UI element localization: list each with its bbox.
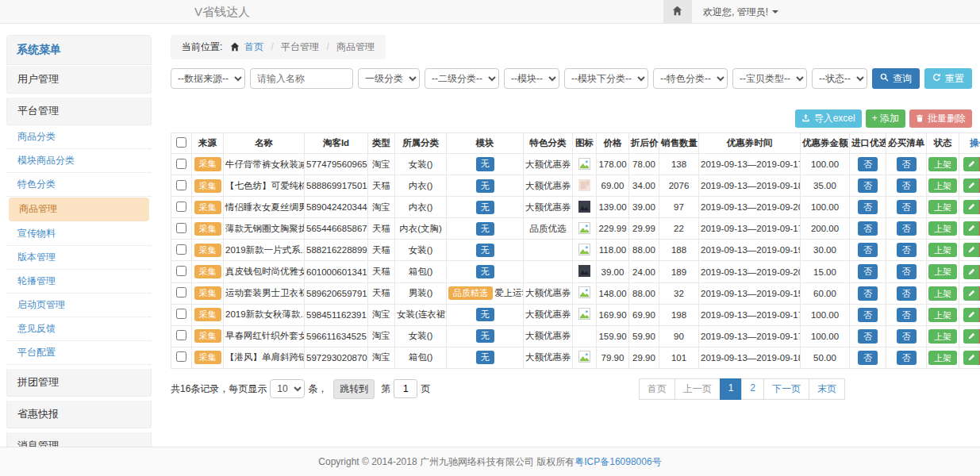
import-select-toggle[interactable]: 否 xyxy=(858,351,878,365)
row-checkbox[interactable] xyxy=(176,266,186,276)
source-cell: 采集 xyxy=(192,347,224,368)
import-select-toggle[interactable]: 否 xyxy=(858,178,878,193)
status-toggle[interactable]: 上架 xyxy=(928,308,957,322)
import-excel-button[interactable]: 导入excel xyxy=(795,109,862,128)
type-cell: 淘宝 xyxy=(368,154,395,175)
status-toggle[interactable]: 上架 xyxy=(928,221,957,236)
edit-button[interactable] xyxy=(963,351,979,365)
status-cell: 上架 xyxy=(927,175,959,197)
item-type-select[interactable]: --宝贝类型-- xyxy=(732,68,807,89)
must-buy-toggle[interactable]: 否 xyxy=(897,157,917,171)
must-buy-toggle[interactable]: 否 xyxy=(897,243,917,257)
sidebar-group-item[interactable]: 消息管理 xyxy=(6,432,152,447)
page-button[interactable]: 下一页 xyxy=(763,378,809,400)
edit-button[interactable] xyxy=(963,178,979,193)
import-select-toggle[interactable]: 否 xyxy=(858,308,878,322)
sidebar-sub-item[interactable]: 商品分类 xyxy=(7,125,151,149)
import-select-toggle[interactable]: 否 xyxy=(858,286,878,301)
status-toggle[interactable]: 上架 xyxy=(928,351,957,365)
select-all-checkbox[interactable] xyxy=(176,137,186,148)
reset-button[interactable]: 重置 xyxy=(924,68,972,89)
page-number-input[interactable] xyxy=(394,379,417,398)
row-checkbox[interactable] xyxy=(176,223,186,233)
edit-button[interactable] xyxy=(963,286,979,301)
query-button[interactable]: 查询 xyxy=(872,68,920,89)
sidebar-sub-item[interactable]: 轮播管理 xyxy=(7,270,151,294)
taoke-id-cell: 588869917501 xyxy=(305,175,368,197)
sidebar-sub-item[interactable]: 版本管理 xyxy=(7,246,151,270)
row-checkbox[interactable] xyxy=(176,287,186,298)
edit-button[interactable] xyxy=(963,221,979,236)
must-buy-toggle[interactable]: 否 xyxy=(897,200,917,214)
edit-button[interactable] xyxy=(963,243,979,257)
page-button[interactable]: 2 xyxy=(741,378,764,400)
edit-button[interactable] xyxy=(963,157,979,171)
sidebar-sub-item[interactable]: 启动页管理 xyxy=(7,294,151,317)
sidebar-sub-item[interactable]: 意见反馈 xyxy=(7,317,151,341)
row-checkbox[interactable] xyxy=(176,330,186,340)
must-buy-toggle[interactable]: 否 xyxy=(897,264,917,278)
per-page-select[interactable]: 10 xyxy=(270,379,305,398)
status-toggle[interactable]: 上架 xyxy=(928,329,957,344)
status-toggle[interactable]: 上架 xyxy=(928,178,957,193)
status-toggle[interactable]: 上架 xyxy=(928,200,957,214)
row-checkbox[interactable] xyxy=(176,180,186,190)
must-buy-toggle[interactable]: 否 xyxy=(897,221,917,236)
module-select[interactable]: --模块-- xyxy=(504,68,559,89)
module-sub-category-select[interactable]: --模块下分类-- xyxy=(564,68,648,89)
breadcrumb-home-link[interactable]: 首页 xyxy=(244,41,263,52)
row-checkbox[interactable] xyxy=(176,351,186,362)
jump-button[interactable]: 跳转到 xyxy=(333,379,375,399)
row-checkbox[interactable] xyxy=(176,309,186,319)
import-select-toggle[interactable]: 否 xyxy=(858,200,878,214)
level1-category-select[interactable]: 一级分类 xyxy=(358,68,420,89)
import-select-toggle[interactable]: 否 xyxy=(858,157,878,171)
import-select-toggle[interactable]: 否 xyxy=(858,243,878,257)
source-badge: 采集 xyxy=(194,308,221,321)
row-checkbox[interactable] xyxy=(176,202,186,212)
home-button[interactable] xyxy=(663,0,692,24)
must-buy-toggle[interactable]: 否 xyxy=(897,308,917,322)
coupon-amount-cell: 100.00 xyxy=(801,154,850,175)
row-checkbox[interactable] xyxy=(176,159,186,169)
import-select-toggle[interactable]: 否 xyxy=(858,264,878,278)
sidebar-sub-item[interactable]: 平台配置 xyxy=(7,341,151,365)
page-button[interactable]: 1 xyxy=(720,378,743,400)
sidebar-group-item[interactable]: 平台管理 xyxy=(6,97,152,125)
must-buy-toggle[interactable]: 否 xyxy=(897,286,917,301)
must-buy-toggle[interactable]: 否 xyxy=(897,351,917,365)
import-select-toggle[interactable]: 否 xyxy=(858,221,878,236)
feature-category-select[interactable]: --特色分类-- xyxy=(653,68,728,89)
add-button[interactable]: + 添加 xyxy=(866,109,905,128)
edit-button[interactable] xyxy=(963,329,979,344)
search-input[interactable] xyxy=(250,68,353,89)
status-toggle[interactable]: 上架 xyxy=(928,264,957,278)
toolbar: 导入excel + 添加 批量删除 xyxy=(171,109,972,128)
status-toggle[interactable]: 上架 xyxy=(928,286,957,301)
sidebar-group-item[interactable]: 省惠快报 xyxy=(6,400,152,428)
sidebar-sub-item[interactable]: 模块商品分类 xyxy=(7,149,151,173)
sidebar-group-item[interactable]: 拼团管理 xyxy=(6,368,152,397)
user-menu[interactable]: 欢迎您, 管理员! xyxy=(692,0,790,24)
row-checkbox[interactable] xyxy=(176,244,186,255)
edit-button[interactable] xyxy=(963,200,979,214)
sidebar-sub-item[interactable]: 商品管理 xyxy=(9,198,149,221)
page-button[interactable]: 末页 xyxy=(809,378,845,400)
sidebar-sub-item[interactable]: 特色分类 xyxy=(7,173,151,197)
sidebar-group-item[interactable]: 用户管理 xyxy=(6,65,152,94)
row-select-cell xyxy=(171,197,192,218)
batch-delete-button[interactable]: 批量删除 xyxy=(909,109,972,128)
sidebar-sub-item[interactable]: 宣传物料 xyxy=(7,222,151,246)
must-buy-toggle[interactable]: 否 xyxy=(897,178,917,193)
edit-button[interactable] xyxy=(963,308,979,322)
level2-category-select[interactable]: --二级分类-- xyxy=(425,68,499,89)
icp-link[interactable]: 粤ICP备16098006号 xyxy=(575,455,661,469)
status-select[interactable]: --状态-- xyxy=(812,68,867,89)
data-source-select[interactable]: --数据来源-- xyxy=(171,68,245,89)
edit-button[interactable] xyxy=(963,265,979,279)
status-toggle[interactable]: 上架 xyxy=(928,157,957,171)
column-header: 特色分类 xyxy=(524,133,573,154)
status-toggle[interactable]: 上架 xyxy=(928,243,957,257)
must-buy-toggle[interactable]: 否 xyxy=(897,329,917,344)
import-select-toggle[interactable]: 否 xyxy=(858,329,878,344)
